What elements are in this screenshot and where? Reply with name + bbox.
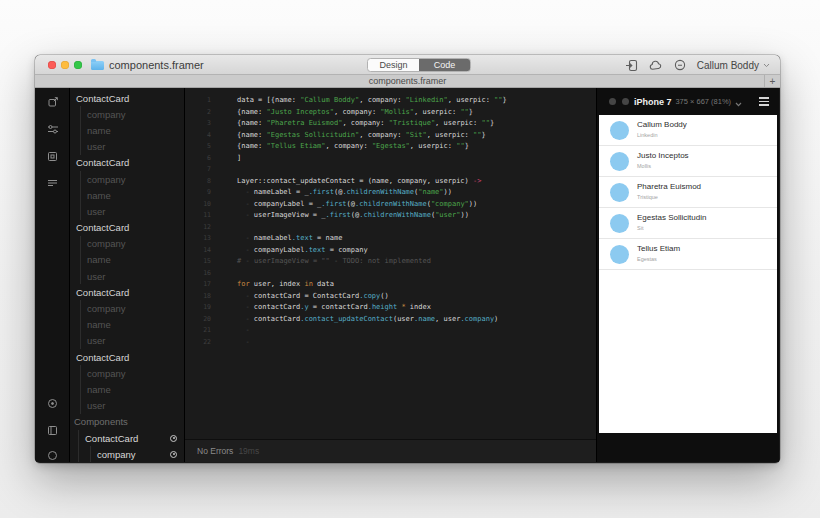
preview-menu-button[interactable]: [759, 97, 769, 106]
folder-icon: [91, 61, 104, 70]
code-line[interactable]: 4{name: "Egestas Sollicitudin", company:…: [185, 130, 596, 142]
code-line[interactable]: 16: [185, 268, 596, 280]
tab-design[interactable]: Design: [368, 59, 419, 71]
layer-row[interactable]: name: [70, 122, 184, 138]
layer-label: ContactCard: [76, 287, 129, 298]
code-line[interactable]: 6]: [185, 153, 596, 165]
code-text: {name: "Pharetra Euismod", company: "Tri…: [237, 119, 494, 127]
code-line[interactable]: 13 - nameLabel.text = name: [185, 233, 596, 245]
screens-tool-button[interactable]: [35, 91, 70, 113]
code-line[interactable]: 5{name: "Tellus Etiam", company: "Egesta…: [185, 141, 596, 153]
code-line[interactable]: 8Layer::contact_updateContact = (name, c…: [185, 176, 596, 188]
line-number: 2: [185, 107, 211, 119]
layer-row[interactable]: company: [70, 106, 184, 122]
avatar: [610, 214, 629, 233]
code-editor[interactable]: 1data = [{name: "Callum Boddy", company:…: [185, 88, 596, 439]
code-line[interactable]: 20 - contactCard.contact_updateContact(u…: [185, 314, 596, 326]
code-line[interactable]: 22 -: [185, 337, 596, 349]
layer-label: Components: [74, 416, 128, 427]
account-menu[interactable]: Callum Boddy: [697, 60, 770, 71]
contact-card[interactable]: Egestas SollicitudinSit: [599, 208, 777, 239]
line-number: 15: [185, 256, 211, 268]
contact-card[interactable]: Pharetra EuismodTristique: [599, 177, 777, 208]
layer-row[interactable]: user: [70, 268, 184, 284]
layer-row[interactable]: Components: [70, 414, 184, 430]
layer-label: name: [87, 319, 111, 330]
layer-row[interactable]: ContactCard: [70, 349, 184, 365]
layer-row[interactable]: ContactCard: [70, 430, 184, 446]
code-line[interactable]: 19 - contactCard.y = contactCard.height …: [185, 302, 596, 314]
device-mirror-button[interactable]: [625, 59, 638, 72]
window-controls: [48, 55, 82, 75]
code-line[interactable]: 7: [185, 164, 596, 176]
tab-code[interactable]: Code: [419, 59, 470, 71]
feedback-button[interactable]: [674, 59, 686, 71]
layer-row[interactable]: name: [70, 317, 184, 333]
contact-card[interactable]: Callum BoddyLinkedin: [599, 115, 777, 146]
new-tab-button[interactable]: +: [764, 75, 780, 87]
layer-row[interactable]: company: [70, 236, 184, 252]
layer-row[interactable]: ContactCard: [70, 155, 184, 171]
contact-card[interactable]: Justo InceptosMollis: [599, 146, 777, 177]
contact-company: Egestas: [637, 256, 657, 262]
layer-list-tool-button[interactable]: [35, 172, 70, 194]
contact-name: Tellus Etiam: [637, 244, 680, 253]
code-line[interactable]: 12: [185, 222, 596, 234]
target-icon[interactable]: [170, 451, 177, 458]
code-line[interactable]: 21 -: [185, 325, 596, 337]
layer-row[interactable]: ContactCard: [70, 220, 184, 236]
target-tool-button[interactable]: [35, 392, 70, 414]
device-name[interactable]: iPhone 7: [634, 97, 672, 107]
target-icon[interactable]: [170, 435, 177, 442]
contact-card[interactable]: Tellus EtiamEgestas: [599, 239, 777, 270]
code-line[interactable]: 1data = [{name: "Callum Boddy", company:…: [185, 95, 596, 107]
contact-company: Tristique: [637, 194, 658, 200]
artboard-tool-button[interactable]: [35, 145, 70, 167]
code-line[interactable]: 18 - contactCard = ContactCard.copy(): [185, 291, 596, 303]
code-line[interactable]: 14 - companyLabel.text = company: [185, 245, 596, 257]
code-line[interactable]: 9 - nameLabel = _.first(@.childrenWithNa…: [185, 187, 596, 199]
zoom-button[interactable]: [74, 61, 82, 69]
line-number: 22: [185, 337, 211, 349]
layer-row[interactable]: user: [70, 398, 184, 414]
target-icon: [47, 398, 58, 409]
layer-row[interactable]: user: [70, 333, 184, 349]
layer-row[interactable]: name: [70, 252, 184, 268]
chevron-down-icon[interactable]: [735, 93, 742, 111]
line-number: 5: [185, 141, 211, 153]
app-window: components.framer Design Code: [35, 55, 780, 463]
layer-row[interactable]: company: [70, 171, 184, 187]
layer-row[interactable]: ContactCard: [70, 90, 184, 106]
dock-panel-tool-button[interactable]: [35, 419, 70, 441]
properties-icon: [47, 123, 59, 135]
layer-label: ContactCard: [76, 222, 129, 233]
properties-tool-button[interactable]: [35, 118, 70, 140]
chevron-down-icon: [763, 63, 770, 68]
document-tab[interactable]: components.framer: [369, 76, 447, 86]
layer-row[interactable]: company: [70, 300, 184, 316]
layer-row[interactable]: company: [70, 365, 184, 381]
code-line[interactable]: 10 - companyLabel = _.first(@.childrenWi…: [185, 199, 596, 211]
code-line[interactable]: 15# - userImageView = "" - TODO: not imp…: [185, 256, 596, 268]
code-line[interactable]: 2{name: "Justo Inceptos", company: "Moll…: [185, 107, 596, 119]
code-line[interactable]: 3{name: "Pharetra Euismod", company: "Tr…: [185, 118, 596, 130]
layer-row[interactable]: company: [70, 446, 184, 462]
preview-window-dots[interactable]: [609, 98, 629, 105]
code-line[interactable]: 17for user, index in data: [185, 279, 596, 291]
device-dimensions[interactable]: 375 × 667 (81%): [675, 97, 731, 106]
layer-row[interactable]: user: [70, 203, 184, 219]
code-line[interactable]: 11 - userImageView = _.first(@.childrenW…: [185, 210, 596, 222]
layer-row[interactable]: name: [70, 381, 184, 397]
contact-company: Mollis: [637, 163, 651, 169]
layer-row[interactable]: name: [70, 187, 184, 203]
minimize-button[interactable]: [61, 61, 69, 69]
record-tool-button[interactable]: [35, 444, 70, 463]
layer-row[interactable]: user: [70, 139, 184, 155]
view-segmented-control: Design Code: [367, 58, 471, 72]
line-number: 4: [185, 130, 211, 142]
close-button[interactable]: [48, 61, 56, 69]
line-number: 9: [185, 187, 211, 199]
line-number: 20: [185, 314, 211, 326]
cloud-sync-button[interactable]: [649, 60, 663, 71]
layer-row[interactable]: ContactCard: [70, 284, 184, 300]
